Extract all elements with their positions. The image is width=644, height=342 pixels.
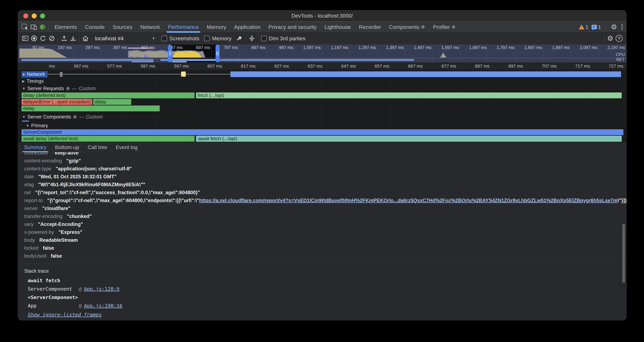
performance-toolbar: localhost #4 ▼ Screenshots Memory Dim 3r…	[18, 32, 626, 45]
summary-pane: connection "keep-alive" content-encoding…	[18, 152, 626, 320]
minimize-window-button[interactable]	[32, 14, 36, 19]
panel-tab[interactable]: Recorder	[355, 22, 385, 32]
timings-track-row[interactable]: ▶ Timings	[22, 78, 624, 85]
panel-tab[interactable]: Profiler	[429, 22, 460, 32]
flame-event-bar[interactable]: await fetch (.../api)	[196, 136, 622, 142]
server-requests-track-header[interactable]: ▼ Server Requests — Custom	[22, 85, 624, 92]
property-key: content-type	[24, 166, 51, 172]
home-icon[interactable]	[81, 34, 90, 43]
toggle-sidebar-icon[interactable]	[21, 34, 30, 43]
collapse-tracks-icon[interactable]	[247, 34, 256, 43]
network-request-marker[interactable]	[181, 71, 186, 77]
details-tab[interactable]: Bottom-up	[51, 143, 83, 152]
show-ignore-listed-frames-link[interactable]: Show ignore-listed frames	[28, 312, 102, 317]
property-key: vary	[24, 221, 34, 227]
selection-handle-right[interactable]	[216, 45, 220, 62]
record-and-reload-button[interactable]	[38, 34, 48, 43]
upload-profile-icon[interactable]	[60, 34, 68, 43]
property-key: nel	[24, 190, 31, 195]
memory-checkbox-group[interactable]: Memory	[204, 35, 232, 42]
capture-settings-gear-icon[interactable]: ⚙	[606, 34, 615, 43]
flame-event-bar[interactable]: delay	[93, 99, 131, 105]
overview-network-subbar	[172, 61, 186, 62]
warnings-badge[interactable]: 1	[579, 24, 588, 30]
node-icon[interactable]	[38, 22, 47, 32]
track-drag-grip[interactable]	[60, 72, 62, 77]
device-toolbar-icon[interactable]	[29, 22, 38, 32]
more-options-icon[interactable]	[620, 25, 624, 30]
issues-badge[interactable]: 1	[592, 24, 601, 30]
details-tab[interactable]: Call tree	[83, 143, 112, 152]
screenshots-checkbox[interactable]	[162, 36, 167, 41]
at-symbol: @	[79, 286, 82, 292]
property-row: transfer-encoding "chunked"	[24, 212, 626, 220]
track-selected-indicator	[22, 121, 29, 122]
network-track-label[interactable]: ▶ Network	[22, 71, 48, 78]
profile-select[interactable]: localhost #4 ▼	[95, 35, 155, 42]
panel-tab[interactable]: Lighthouse	[320, 22, 355, 32]
panel-tab[interactable]: Sources	[108, 22, 136, 32]
settings-gear-icon[interactable]: ⚙	[611, 24, 617, 31]
ruler-tick-label: 617 ms	[222, 62, 256, 70]
clear-button[interactable]	[48, 34, 56, 43]
help-icon[interactable]: ?	[615, 34, 624, 43]
dim-3rd-parties-checkbox-group[interactable]: Dim 3rd parties	[261, 35, 306, 42]
network-request-bar[interactable]	[230, 71, 621, 77]
stack-frame-row: <ServerComponent> @	[28, 293, 626, 301]
selection-handle-left[interactable]	[168, 45, 172, 62]
ruler-tick-label: 607 ms	[189, 62, 222, 70]
flame-event-bar[interactable]: delay	[22, 106, 160, 111]
panel-tab[interactable]: Elements	[50, 22, 81, 32]
panel-tab[interactable]: Memory	[203, 22, 230, 32]
zoom-window-button[interactable]	[40, 14, 45, 19]
flame-event-bar[interactable]: await delay (deferred text)	[22, 136, 194, 142]
ruler-tick-label: 597 ms	[155, 62, 189, 70]
close-window-button[interactable]	[23, 14, 28, 19]
dim-3rd-parties-checkbox[interactable]	[261, 36, 267, 41]
flame-chart[interactable]: ▶ Network ▶ Timings ▼ Server Requests — …	[18, 70, 626, 143]
flame-event-bar[interactable]: fetch (.../api)	[196, 93, 622, 98]
stack-frame-source-link[interactable]: App.js:128:9	[84, 286, 120, 292]
panel-tab[interactable]: Console	[81, 22, 109, 32]
ruler-tick-label: 707 ms	[523, 62, 556, 70]
property-value: false	[51, 253, 62, 259]
panel-tab[interactable]: Network	[136, 22, 164, 32]
flame-event-bar[interactable]: delayedError (...ayed exception)	[22, 99, 92, 105]
panel-tab[interactable]: Components	[385, 22, 429, 32]
extension-atom-icon	[73, 115, 77, 119]
property-value-link[interactable]: https://a.nel.cloudflare.com/report/v4?s…	[199, 198, 618, 203]
panel-tab[interactable]: Privacy and security	[264, 22, 320, 32]
details-tab[interactable]: Event log	[112, 143, 142, 152]
server-components-row-1: ServerComponent	[22, 129, 624, 135]
property-value: "keep-alive"	[52, 152, 81, 156]
property-key: transfer-encoding	[24, 213, 62, 219]
net-strip-label: NET	[616, 57, 625, 62]
download-profile-icon[interactable]	[68, 34, 78, 43]
primary-group-row[interactable]: ▼ Primary	[22, 122, 624, 129]
flame-event-bar[interactable]: delay (deferred text)	[22, 93, 194, 98]
property-key: bodyUsed	[24, 253, 46, 259]
window-title: DevTools - localhost:3000/	[292, 13, 353, 19]
memory-checkbox[interactable]	[204, 36, 210, 41]
panel-tab-label: Privacy and security	[268, 24, 316, 30]
flame-event-bar[interactable]: ServerComponent	[22, 129, 624, 135]
ruler-tick-label: 667 ms	[389, 62, 423, 70]
overview-dim-left	[18, 45, 170, 62]
inspect-element-icon[interactable]	[20, 22, 29, 32]
panel-tab[interactable]: Application	[230, 22, 264, 32]
screenshots-checkbox-group[interactable]: Screenshots	[162, 35, 199, 42]
panel-tab[interactable]: Performance	[164, 22, 203, 32]
stack-frame-source-link[interactable]: App.js:190:16	[84, 303, 122, 308]
property-row: server "cloudflare"	[24, 204, 626, 212]
garbage-collect-icon[interactable]	[235, 34, 244, 43]
ruler-tick-label: 717 ms	[556, 62, 590, 70]
panel-tab-label: Profiler	[433, 24, 450, 30]
timeline-overview[interactable]: 97 ms197 ms297 ms397 ms497 ms597 ms697 m…	[18, 45, 626, 62]
record-button[interactable]	[30, 34, 38, 43]
tabbar-right-controls: 1 1 ⚙	[579, 22, 624, 32]
server-components-track-header[interactable]: ▼ Server Components — Custom	[22, 113, 624, 121]
panel-tab-label: Console	[85, 24, 105, 30]
summary-scrollbar-thumb[interactable]	[622, 224, 625, 283]
property-value: "Accept-Encoding"	[38, 221, 83, 227]
details-tab[interactable]: Summary	[20, 143, 51, 152]
